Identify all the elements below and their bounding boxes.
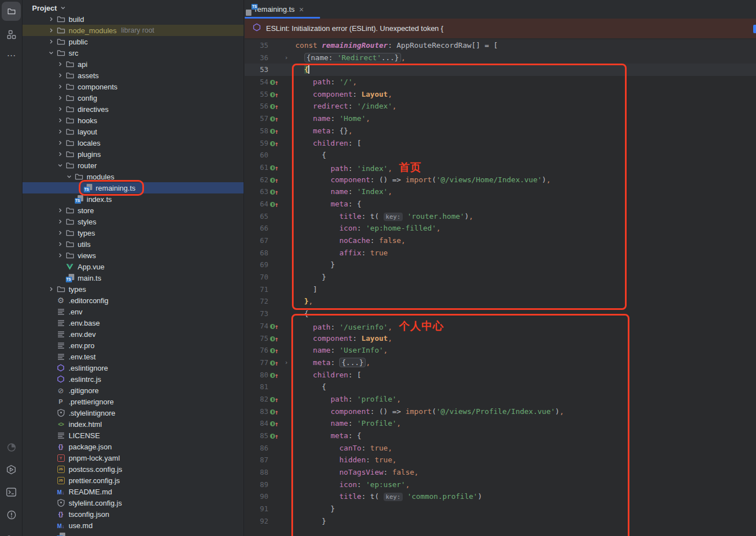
folded-region[interactable]: {...} bbox=[339, 358, 366, 367]
tree-item-pnpm-lock.yaml[interactable]: Ypnpm-lock.yaml bbox=[22, 452, 244, 463]
tree-item-partial[interactable]: TS bbox=[22, 531, 244, 536]
tree-item-index.ts[interactable]: TSindex.ts bbox=[22, 193, 244, 205]
fold-chevron-icon[interactable]: › bbox=[285, 54, 289, 61]
tree-item-.env.dev[interactable]: .env.dev bbox=[22, 328, 244, 340]
tree-item-src[interactable]: src bbox=[22, 47, 244, 58]
chevron-right-icon[interactable] bbox=[55, 219, 65, 224]
change-marker-icon[interactable]: ↑ bbox=[270, 92, 280, 98]
change-marker-icon[interactable]: ↑ bbox=[270, 336, 280, 342]
change-marker-icon[interactable]: ↑ bbox=[270, 360, 280, 366]
tree-item-index.html[interactable]: <>index.html bbox=[22, 418, 244, 430]
banner-action-button[interactable] bbox=[753, 25, 756, 33]
fold-chevron-icon[interactable]: › bbox=[285, 359, 289, 366]
tree-item-.stylelintignore[interactable]: .stylelintignore bbox=[22, 407, 244, 418]
tree-item-views[interactable]: views bbox=[22, 250, 244, 261]
project-panel-header[interactable]: Project bbox=[22, 0, 244, 16]
tree-item-tsconfig.json[interactable]: {}tsconfig.json bbox=[22, 508, 244, 520]
tree-item-utils[interactable]: utils bbox=[22, 238, 244, 250]
chevron-right-icon[interactable] bbox=[55, 151, 65, 157]
chevron-right-icon[interactable] bbox=[46, 286, 56, 292]
change-marker-icon[interactable]: ↑ bbox=[270, 433, 280, 439]
change-marker-icon[interactable]: ↑ bbox=[270, 79, 280, 85]
terminal-tool-button[interactable] bbox=[0, 483, 22, 502]
problems-tool-button[interactable] bbox=[0, 505, 22, 524]
tree-item-.eslintrc.js[interactable]: .eslintrc.js bbox=[22, 373, 244, 385]
tree-item-.gitignore[interactable]: ⊘.gitignore bbox=[22, 385, 244, 396]
change-marker-icon[interactable]: ↑ bbox=[270, 116, 280, 122]
tree-item-router[interactable]: router bbox=[22, 160, 244, 171]
folded-region[interactable]: {name: 'Redirect'...} bbox=[304, 53, 401, 62]
change-marker-icon[interactable]: ↑ bbox=[270, 128, 280, 134]
tree-item-main.ts[interactable]: TSmain.ts bbox=[22, 272, 244, 283]
tree-item-use.md[interactable]: M↓use.md bbox=[22, 520, 244, 531]
tree-item-api[interactable]: api bbox=[22, 58, 244, 70]
chevron-right-icon[interactable] bbox=[55, 73, 65, 78]
tree-item-stylelint.config.js[interactable]: stylelint.config.js bbox=[22, 497, 244, 508]
tree-item-public[interactable]: public bbox=[22, 36, 244, 47]
tree-item-types[interactable]: types bbox=[22, 227, 244, 238]
tree-item-config[interactable]: config bbox=[22, 92, 244, 103]
chevron-right-icon[interactable] bbox=[55, 208, 65, 213]
change-marker-icon[interactable]: ↑ bbox=[270, 165, 280, 171]
change-marker-icon[interactable]: ↑ bbox=[270, 348, 280, 354]
tree-item-.env.pro[interactable]: .env.pro bbox=[22, 340, 244, 351]
chevron-right-icon[interactable] bbox=[55, 230, 65, 236]
tree-item-plugins[interactable]: plugins bbox=[22, 148, 244, 160]
tree-item-.env.base[interactable]: .env.base bbox=[22, 317, 244, 328]
change-marker-icon[interactable]: ↑ bbox=[270, 323, 280, 330]
tree-item-store[interactable]: store bbox=[22, 205, 244, 216]
more-tools-button[interactable]: ⋯ bbox=[0, 46, 22, 65]
tree-item-styles[interactable]: styles bbox=[22, 216, 244, 227]
tab-remaining-ts[interactable]: TS remaining.ts × bbox=[245, 0, 320, 19]
code-area[interactable]: 35const remainingRouter: AppRouteRecordR… bbox=[245, 38, 756, 536]
tree-item-locales[interactable]: locales bbox=[22, 137, 244, 148]
tree-item-remaining.ts[interactable]: TSremaining.ts bbox=[22, 182, 244, 193]
change-marker-icon[interactable]: ↑ bbox=[270, 141, 280, 147]
chevron-right-icon[interactable] bbox=[55, 140, 65, 146]
tree-item-assets[interactable]: assets bbox=[22, 70, 244, 81]
tree-item-layout[interactable]: layout bbox=[22, 126, 244, 137]
tree-item-postcss.config.js[interactable]: JSpostcss.config.js bbox=[22, 463, 244, 475]
profiler-tool-button[interactable] bbox=[0, 438, 22, 457]
chevron-right-icon[interactable] bbox=[55, 106, 65, 112]
chevron-right-icon[interactable] bbox=[55, 241, 65, 247]
tab-close-icon[interactable]: × bbox=[299, 6, 304, 13]
tree-item-directives[interactable]: directives bbox=[22, 103, 244, 115]
tree-item-.eslintignore[interactable]: .eslintignore bbox=[22, 362, 244, 373]
chevron-right-icon[interactable] bbox=[55, 95, 65, 101]
chevron-right-icon[interactable] bbox=[55, 118, 65, 123]
change-marker-icon[interactable]: ↑ bbox=[270, 421, 280, 427]
change-marker-icon[interactable]: ↑ bbox=[270, 103, 280, 110]
chevron-down-icon[interactable] bbox=[55, 163, 65, 168]
chevron-down-icon[interactable] bbox=[46, 50, 56, 56]
tree-item-.env.test[interactable]: .env.test bbox=[22, 351, 244, 362]
tree-item-prettier.config.js[interactable]: JSprettier.config.js bbox=[22, 475, 244, 486]
vcs-tool-button[interactable] bbox=[0, 529, 22, 536]
chevron-right-icon[interactable] bbox=[55, 129, 65, 134]
chevron-right-icon[interactable] bbox=[46, 16, 56, 22]
change-marker-icon[interactable]: ↑ bbox=[270, 372, 280, 379]
tree-item-.editorconfig[interactable]: ⚙.editorconfig bbox=[22, 295, 244, 306]
tree-item-components[interactable]: components bbox=[22, 81, 244, 92]
change-marker-icon[interactable]: ↑ bbox=[270, 409, 280, 415]
change-marker-icon[interactable]: ↑ bbox=[270, 397, 280, 403]
tree-item-hooks[interactable]: hooks bbox=[22, 115, 244, 126]
chevron-right-icon[interactable] bbox=[55, 61, 65, 67]
tree-item-node_modules[interactable]: node_moduleslibrary root bbox=[22, 25, 244, 36]
tree-item-LICENSE[interactable]: LICENSE bbox=[22, 430, 244, 441]
project-tool-button[interactable] bbox=[0, 2, 22, 21]
chevron-right-icon[interactable] bbox=[46, 28, 56, 33]
tree-item-.env[interactable]: .env bbox=[22, 306, 244, 317]
structure-tool-button[interactable] bbox=[0, 25, 22, 44]
change-marker-icon[interactable]: ↑ bbox=[270, 201, 280, 208]
tree-item-App.vue[interactable]: App.vue bbox=[22, 261, 244, 272]
chevron-right-icon[interactable] bbox=[55, 84, 65, 89]
tree-item-README.md[interactable]: M↓README.md bbox=[22, 486, 244, 497]
chevron-right-icon[interactable] bbox=[46, 39, 56, 44]
change-marker-icon[interactable]: ↑ bbox=[270, 177, 280, 183]
change-marker-icon[interactable]: ↑ bbox=[270, 189, 280, 195]
tree-item-.prettierignore[interactable]: P.prettierignore bbox=[22, 396, 244, 407]
chevron-down-icon[interactable] bbox=[64, 174, 74, 179]
tree-item-package.json[interactable]: {}package.json bbox=[22, 441, 244, 452]
chevron-right-icon[interactable] bbox=[55, 253, 65, 258]
